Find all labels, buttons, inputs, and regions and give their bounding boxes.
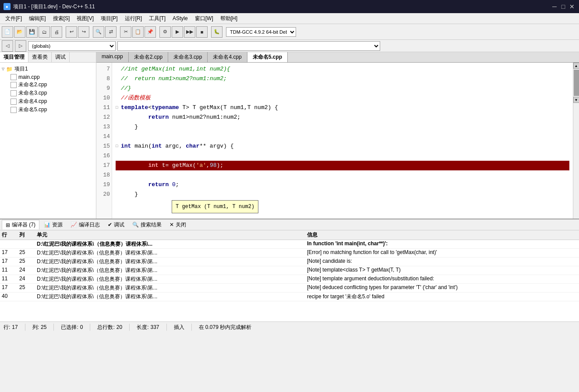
- sidebar: 项目管理 查看类 调试 ▽ 📁 项目1 main.cpp 未命名2.cpp 未命…: [0, 52, 96, 219]
- fold-15[interactable]: □: [116, 141, 121, 151]
- scope-select[interactable]: (globals): [28, 41, 116, 51]
- tab-resource[interactable]: 📊 资源: [40, 220, 66, 230]
- tree-item-3[interactable]: 未命名3.cpp: [2, 89, 94, 97]
- scroll-thumb[interactable]: [574, 70, 579, 96]
- tab-3[interactable]: 未命名3.cpp: [168, 52, 208, 62]
- menu-item-AStyle[interactable]: AStyle: [169, 14, 191, 22]
- open-button[interactable]: 📂: [14, 26, 25, 38]
- scroll-down-button[interactable]: ▼: [573, 97, 579, 103]
- compile-button[interactable]: ⚙: [159, 26, 171, 38]
- new-button[interactable]: 📄: [2, 26, 13, 38]
- file-icon-3: [11, 90, 17, 96]
- menu-item-帮助[H][interactable]: 帮助[H]: [217, 14, 241, 23]
- compiler-row-5[interactable]: 40 D:\红泥巴\我的课程体系\（信息奥赛）课程体系\第... recipe …: [0, 293, 579, 301]
- code-line-20: }: [116, 190, 569, 199]
- close-button[interactable]: ✕: [568, 3, 575, 10]
- toolbar2: ◁ ▷ (globals): [0, 40, 579, 52]
- scope-prev-button[interactable]: ◁: [2, 40, 13, 52]
- menu-item-工具[T][interactable]: 工具[T]: [145, 14, 169, 23]
- compiler-row-2[interactable]: 11 24 D:\红泥巴\我的课程体系\（信息奥赛）课程体系\第... [Not…: [0, 266, 579, 275]
- menu-item-文件[F][interactable]: 文件[F]: [2, 14, 25, 23]
- run-button[interactable]: ▶: [172, 26, 183, 38]
- title-info: In function 'int main(int, char**)':: [307, 240, 577, 248]
- file-icon-main: [11, 74, 17, 80]
- compiler-row-0[interactable]: 17 25 D:\红泥巴\我的课程体系\（信息奥赛）课程体系\第... [Err…: [0, 249, 579, 258]
- print-button[interactable]: 🖨: [51, 26, 62, 38]
- file-label-3: 未命名3.cpp: [18, 89, 47, 97]
- sidebar-tab-classes[interactable]: 查看类: [28, 52, 52, 62]
- sidebar-tab-project[interactable]: 项目管理: [0, 52, 28, 62]
- copy-button[interactable]: 📋: [132, 26, 144, 38]
- minimize-button[interactable]: ─: [551, 3, 558, 10]
- symbol-select[interactable]: [117, 41, 380, 51]
- compiler-select[interactable]: TDM-GCC 4.9.2 64-bit Debug: [226, 27, 296, 37]
- title-unit: D:\红泥巴\我的课程体系\（信息奥赛）课程体系\...: [37, 240, 307, 248]
- tab-compiler[interactable]: ⊞ 编译器 (7): [2, 220, 39, 230]
- code-content[interactable]: //int getMax(int num1,int num2){ // retu…: [112, 63, 573, 219]
- paste-button[interactable]: 📌: [145, 26, 156, 38]
- code-line-10: //函数模板: [116, 93, 569, 103]
- tree-root[interactable]: ▽ 📁 项目1: [2, 64, 94, 74]
- autocomplete-tooltip: T getMax (T num1, T num2): [172, 200, 258, 213]
- replace-button[interactable]: ⇄: [105, 26, 117, 38]
- code-line-19: return 0;: [116, 180, 569, 190]
- tab-log[interactable]: 📈 编译日志: [67, 220, 103, 230]
- compiler-title-row[interactable]: D:\红泥巴\我的课程体系\（信息奥赛）课程体系\... In function…: [0, 240, 579, 249]
- tree-item-2[interactable]: 未命名2.cpp: [2, 81, 94, 89]
- code-line-17[interactable]: int t= getMax('a',98);: [116, 161, 569, 170]
- menu-item-运行[R][interactable]: 运行[R]: [121, 14, 145, 23]
- stop-button[interactable]: ■: [196, 26, 208, 38]
- total-value: 20: [117, 324, 122, 330]
- status-col: 列: 25: [32, 324, 47, 331]
- find-button[interactable]: 🔍: [93, 26, 104, 38]
- save-all-button[interactable]: 🗂: [39, 26, 50, 38]
- fold-11[interactable]: □: [116, 103, 121, 113]
- status-parse: 在 0.079 秒内完成解析: [199, 324, 252, 331]
- code-line-18: [116, 170, 569, 180]
- tree-item-4[interactable]: 未命名4.cpp: [2, 97, 94, 106]
- tab-search[interactable]: 🔍 搜索结果: [129, 220, 165, 230]
- compile-run-button[interactable]: ▶▶: [184, 26, 195, 38]
- editor-area: main.cpp 未命名2.cpp 未命名3.cpp 未命名4.cpp 未命名5…: [96, 52, 579, 219]
- code-line-8: // return num1>num2?num1:num2;: [116, 74, 569, 84]
- title-text: 项目1 - [项目1.dev] - Dev-C++ 5.11: [13, 3, 95, 11]
- redo-button[interactable]: ↪: [78, 26, 89, 38]
- menu-item-视图[V][interactable]: 视图[V]: [73, 14, 97, 23]
- editor-scrollbar[interactable]: ▲ ▼: [573, 63, 579, 219]
- tab-5[interactable]: 未命名5.cpp: [247, 52, 288, 62]
- file-icon-4: [11, 99, 17, 105]
- compiler-row-3[interactable]: 11 24 D:\红泥巴\我的课程体系\（信息奥赛）课程体系\第... [Not…: [0, 275, 579, 284]
- file-label-4: 未命名4.cpp: [18, 98, 47, 105]
- menu-item-编辑[E][interactable]: 编辑[E]: [25, 14, 49, 23]
- undo-button[interactable]: ↩: [66, 26, 77, 38]
- scroll-up-button[interactable]: ▲: [573, 63, 579, 69]
- cut-button[interactable]: ✂: [120, 26, 131, 38]
- maximize-button[interactable]: □: [560, 3, 567, 10]
- tab-4[interactable]: 未命名4.cpp: [208, 52, 247, 62]
- save-button[interactable]: 💾: [26, 26, 38, 38]
- tab-close[interactable]: ✕ 关闭: [166, 220, 190, 230]
- tab-debug[interactable]: ✔ 调试: [104, 220, 128, 230]
- menu-item-搜索[S][interactable]: 搜索[S]: [49, 14, 74, 23]
- project-icon: 📁: [6, 66, 13, 72]
- status-mode: 插入: [174, 324, 184, 331]
- status-total: 总行数: 20: [97, 324, 122, 331]
- menu-item-项目[P][interactable]: 项目[P]: [97, 14, 121, 23]
- scope-next-button[interactable]: ▷: [15, 40, 26, 52]
- compiler-header: 行 列 单元 信息: [0, 230, 579, 240]
- compiler-row-4[interactable]: 17 25 D:\红泥巴\我的课程体系\（信息奥赛）课程体系\第... [Not…: [0, 284, 579, 293]
- tree-item-main[interactable]: main.cpp: [2, 74, 94, 81]
- tree-expand-icon: ▽: [2, 67, 4, 71]
- code-line-11: □ template<typename T> T getMax(T num1,T…: [116, 103, 569, 113]
- compiler-row-1[interactable]: 17 25 D:\红泥巴\我的课程体系\（信息奥赛）课程体系\第... [Not…: [0, 258, 579, 266]
- tab-main[interactable]: main.cpp: [96, 52, 129, 62]
- code-editor[interactable]: 7 8 9 10 11 12 13 14 15 16 17 18 19 20 /…: [96, 63, 579, 219]
- code-line-16: [116, 151, 569, 161]
- menu-item-窗口[W][interactable]: 窗口[W]: [191, 14, 217, 23]
- tree-item-5[interactable]: 未命名5.cpp: [2, 106, 94, 114]
- menu-bar: 文件[F]编辑[E]搜索[S]视图[V]项目[P]运行[R]工具[T]AStyl…: [0, 13, 579, 24]
- resource-icon: 📊: [44, 222, 50, 228]
- tab-2[interactable]: 未命名2.cpp: [129, 52, 168, 62]
- sidebar-tab-debug[interactable]: 调试: [52, 52, 70, 62]
- debug-button[interactable]: 🐛: [211, 26, 222, 38]
